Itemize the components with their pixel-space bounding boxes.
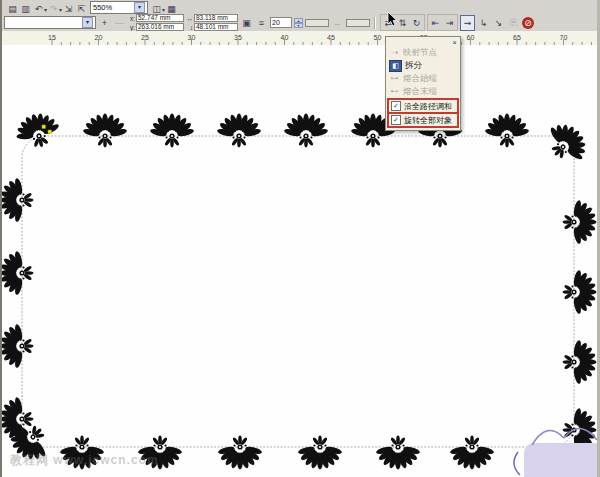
start-node-marker[interactable] — [42, 125, 46, 129]
path-properties-icon[interactable]: ↳ — [477, 17, 490, 29]
fan-ornament[interactable] — [2, 396, 33, 441]
fan-ornament[interactable] — [82, 114, 127, 148]
preset-combo[interactable]: ▾ — [4, 16, 96, 29]
misc-blend-options-flyout: × ⇢映射节点◧拆分⊶熔合始端⊷熔合末端 ✓沿全路径调和✓旋转全部对象 — [385, 36, 461, 131]
flyout-checkboxes: ✓沿全路径调和✓旋转全部对象 — [386, 98, 460, 130]
purple-sketch-lines — [507, 418, 600, 477]
y-label: y: — [128, 24, 135, 31]
flyout-item-label: 熔合末端 — [403, 86, 437, 98]
path-group: ↳↘⎘ — [477, 17, 520, 29]
zoom-level-value: 550% — [93, 3, 112, 12]
separator — [374, 17, 376, 29]
blend-property-bar: ▾ + — x: 52.747 mm y: 263.016 mm ↔ 83.11… — [2, 14, 597, 32]
fan-ornament[interactable] — [216, 114, 261, 148]
app-window: { "toolbar_top": { "zoom_value": "550%",… — [0, 0, 600, 477]
map-nodes-icon: ⇢ — [389, 48, 400, 58]
copy-blend-icon: ⎘ — [507, 17, 520, 29]
fan-ornament[interactable] — [563, 199, 597, 244]
flyout-item-label: 映射节点 — [403, 47, 437, 59]
checkbox-label: 旋转全部对象 — [404, 115, 452, 126]
clear-blend-icon[interactable]: ⊘ — [522, 17, 534, 29]
new-path-icon[interactable]: ↘ — [492, 17, 505, 29]
fan-ornament[interactable] — [297, 436, 342, 470]
split-icon: ◧ — [389, 60, 402, 72]
checkbox-icon[interactable]: ✓ — [391, 101, 401, 111]
blend-spacing-field-disabled — [305, 19, 329, 27]
blend-direction-icon[interactable]: ↻ — [410, 17, 423, 29]
flyout-item-fuse-start: ⊶熔合始端 — [386, 72, 460, 85]
flyout-item-label: 熔合始端 — [403, 73, 437, 85]
lock-ratio-icon[interactable]: ▣ — [240, 17, 253, 29]
fan-ornament[interactable] — [449, 436, 494, 470]
dash-icon: — — [113, 17, 126, 29]
fan-ornament[interactable] — [484, 114, 529, 148]
fan-ornament[interactable] — [217, 436, 262, 470]
flyout-header: × — [386, 37, 460, 46]
flyout-item-label: 拆分 — [405, 60, 422, 72]
flyout-checkbox-row[interactable]: ✓旋转全部对象 — [387, 114, 459, 128]
chevron-down-icon[interactable]: ▾ — [82, 17, 93, 28]
flyout-item-split[interactable]: ◧拆分 — [386, 59, 460, 72]
fan-ornament[interactable] — [539, 115, 595, 171]
fuse-end-icon: ⊷ — [389, 87, 400, 97]
mouse-cursor-icon — [387, 12, 401, 28]
object-size-fields: ↔ 83.118 mm ↕ 48.101 mm — [186, 14, 238, 31]
center-anchor-icon[interactable]: + — [98, 17, 111, 29]
flyout-item-map-nodes: ⇢映射节点 — [386, 46, 460, 59]
fan-ornament[interactable] — [375, 436, 420, 470]
flyout-item-fuse-end: ⊷熔合末端 — [386, 85, 460, 98]
fuse-start-icon: ⊶ — [389, 74, 400, 84]
horizontal-ruler[interactable]: 152025303540455055606570 — [2, 31, 600, 46]
start-end-group: ⇤⇥ — [427, 14, 458, 31]
close-icon[interactable]: × — [450, 38, 459, 47]
standard-toolbar: ▤▥↶▾↷▾⇲⇱ 550% ▾ ◫▾▦ — [2, 0, 597, 14]
blend-steps-icon: ≡ — [255, 17, 268, 29]
misc-blend-options-button[interactable]: ⇝ — [460, 15, 475, 31]
flyout-items: ⇢映射节点◧拆分⊶熔合始端⊷熔合末端 — [386, 46, 460, 98]
width-field[interactable]: 83.118 mm — [194, 14, 238, 22]
blend-angle-field-disabled — [346, 19, 370, 27]
fan-ornament[interactable] — [2, 250, 33, 295]
height-field[interactable]: 48.101 mm — [194, 23, 238, 31]
drawing-canvas[interactable] — [2, 45, 599, 477]
checkbox-label: 沿全路径调和 — [404, 101, 452, 112]
fan-ornament[interactable] — [2, 323, 33, 368]
fan-ornament[interactable] — [563, 269, 597, 314]
fan-ornament[interactable] — [283, 114, 328, 148]
x-position-field[interactable]: 52.747 mm — [136, 14, 184, 22]
y-position-field[interactable]: 263.016 mm — [136, 23, 184, 31]
blend-artwork — [2, 45, 599, 477]
fan-ornament[interactable] — [563, 339, 597, 384]
fan-ornament[interactable] — [11, 108, 63, 152]
watermark-text: 教程网 www.jcwcn.com — [10, 452, 159, 469]
blend-steps-field[interactable]: 20 — [270, 17, 292, 28]
steps-spinner[interactable]: ▴▾ — [294, 18, 303, 28]
x-label: x: — [128, 15, 135, 22]
spacing-arrow-icon: ↔ — [331, 17, 344, 29]
zoom-level-combo[interactable]: 550% ▾ — [90, 1, 148, 14]
start-node-marker[interactable] — [48, 130, 52, 134]
object-position-fields: x: 52.747 mm y: 263.016 mm — [128, 14, 184, 31]
fan-ornament[interactable] — [2, 177, 33, 222]
checkbox-icon[interactable]: ✓ — [391, 115, 401, 125]
flyout-checkbox-row[interactable]: ✓沿全路径调和 — [387, 98, 459, 114]
start-object-icon[interactable]: ⇤ — [429, 17, 442, 29]
chevron-down-icon[interactable]: ▾ — [134, 2, 145, 13]
end-object-icon[interactable]: ⇥ — [443, 17, 456, 29]
fan-ornament[interactable] — [149, 114, 194, 148]
